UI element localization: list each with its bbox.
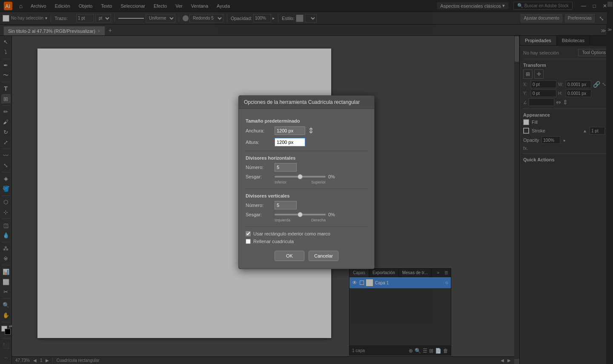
use-outer-rect-label: Usar rectángulo exterior como marco — [253, 231, 330, 236]
vert-number-input[interactable] — [275, 201, 297, 209]
vert-number-label: Número: — [246, 203, 272, 208]
horiz-skew-label: Sesgar: — [246, 174, 272, 179]
width-input[interactable] — [275, 126, 305, 135]
vert-skew-value: 0% — [328, 212, 340, 217]
rectangular-grid-tool-dialog: Opciones de la herramienta Cuadrícula re… — [238, 95, 375, 269]
height-input[interactable] — [275, 138, 305, 146]
height-row: Altura: — [246, 138, 367, 146]
horiz-dividers-section-label: Divisores horizontales — [246, 155, 367, 161]
horiz-number-input[interactable] — [275, 163, 297, 172]
vert-skew-row: Sesgar: 0% — [246, 212, 367, 217]
height-label: Altura: — [246, 140, 272, 145]
fill-grid-row: Rellenar cuadrícula — [246, 239, 367, 244]
horiz-skew-value: 0% — [328, 174, 340, 179]
vert-skew-label: Sesgar: — [246, 212, 272, 217]
width-label: Anchura: — [246, 128, 272, 133]
vert-skew-labels-row: Izquierda Derecha — [275, 218, 326, 222]
horiz-number-label: Número: — [246, 165, 272, 170]
horiz-skew-right-label: Superior — [311, 180, 326, 184]
horiz-number-row: Número: — [246, 163, 367, 172]
dialog-title: Opciones de la herramienta Cuadrícula re… — [239, 96, 374, 109]
ok-button[interactable]: OK — [275, 251, 304, 261]
dialog-overlay: Opciones de la herramienta Cuadrícula re… — [0, 0, 613, 364]
fill-grid-checkbox[interactable] — [246, 239, 251, 244]
dialog-divider-3 — [246, 226, 367, 227]
vert-skew-left-label: Izquierda — [275, 218, 290, 222]
horiz-skew-left-label: Inferior — [275, 180, 286, 184]
vert-skew-right-label: Derecha — [311, 218, 326, 222]
preset-size-section-label: Tamaño predeterminado — [246, 118, 367, 123]
dialog-buttons: OK Cancelar — [246, 246, 367, 263]
fill-grid-label: Rellenar cuadrícula — [253, 239, 294, 244]
dialog-divider-2 — [246, 189, 367, 189]
vert-dividers-section-label: Divisores verticales — [246, 193, 367, 198]
use-outer-rect-checkbox[interactable] — [246, 231, 251, 236]
width-row: Anchura: ⇕ — [246, 126, 367, 135]
dialog-divider-1 — [246, 151, 367, 151]
vert-number-row: Número: — [246, 201, 367, 209]
link-wh-icon[interactable]: ⇕ — [308, 126, 314, 135]
horiz-skew-labels-row: Inferior Superior — [275, 180, 326, 184]
dialog-body: Tamaño predeterminado Anchura: ⇕ Altura:… — [239, 109, 374, 269]
use-outer-rect-row: Usar rectángulo exterior como marco — [246, 231, 367, 236]
vert-skew-slider[interactable] — [275, 214, 326, 215]
horiz-skew-row: Sesgar: 0% — [246, 174, 367, 179]
cancel-button[interactable]: Cancelar — [309, 251, 338, 261]
horiz-skew-slider[interactable] — [275, 176, 326, 178]
